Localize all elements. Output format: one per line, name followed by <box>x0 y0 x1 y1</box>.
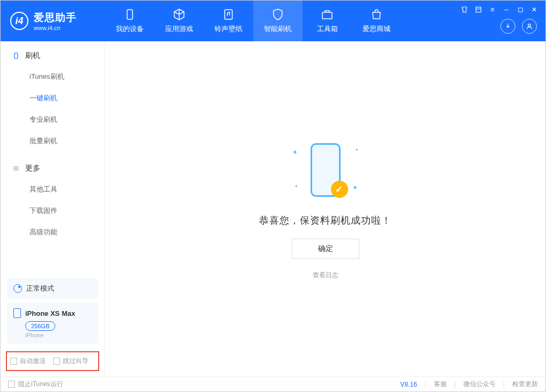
device-name: iPhone XS Max <box>25 309 75 317</box>
sparkle-icon: ✦ <box>294 184 298 189</box>
sidebar: 刷机 iTunes刷机 一键刷机 专业刷机 批量刷机 更多 其他工具 下载固件 … <box>1 41 105 376</box>
nav-label: 爱思商城 <box>363 24 390 34</box>
sidebar-section-more: 更多 其他工具 下载固件 高级功能 <box>1 154 105 245</box>
device-type: iPhone <box>25 332 92 338</box>
user-button[interactable] <box>522 19 537 34</box>
nav-label: 铃声壁纸 <box>215 24 242 34</box>
app-title: 爱思助手 <box>34 11 77 25</box>
version-label: V8.16 <box>400 381 417 388</box>
checkbox-box <box>53 358 60 365</box>
minimize-button[interactable]: ─ <box>501 5 511 14</box>
sidebar-item-oneclick-flash[interactable]: 一键刷机 <box>1 87 105 109</box>
sparkle-icon: ✦ <box>355 147 359 152</box>
list-icon[interactable]: ≡ <box>488 5 497 14</box>
device-mode: 正常模式 <box>13 284 92 293</box>
sidebar-header-more: 更多 <box>1 164 105 179</box>
divider: | <box>503 381 505 388</box>
device-mode-box[interactable]: 正常模式 <box>7 278 98 299</box>
checkbox-box <box>10 358 17 365</box>
download-button[interactable] <box>500 19 515 34</box>
checkbox-box <box>8 381 15 388</box>
section-title: 刷机 <box>25 51 40 61</box>
status-bar: 阻止iTunes运行 V8.16 | 客服 | 微信公众号 | 检查更新 <box>1 376 545 391</box>
success-message: 恭喜您，保资料刷机成功啦！ <box>259 214 392 227</box>
nav-toolbox[interactable]: 工具箱 <box>302 1 352 41</box>
svg-rect-2 <box>322 12 332 19</box>
mode-label: 正常模式 <box>26 284 54 293</box>
view-log-link[interactable]: 查看日志 <box>313 271 338 280</box>
nav-my-device[interactable]: 我的设备 <box>105 1 154 41</box>
svg-rect-5 <box>518 8 522 11</box>
sidebar-item-pro-flash[interactable]: 专业刷机 <box>1 109 105 130</box>
sidebar-item-download-firmware[interactable]: 下载固件 <box>1 200 105 221</box>
device-small-icon <box>12 52 20 60</box>
svg-rect-7 <box>14 53 18 59</box>
svg-rect-1 <box>225 10 232 19</box>
svg-rect-3 <box>476 7 481 12</box>
nav-label: 我的设备 <box>116 24 144 34</box>
phone-icon <box>123 8 136 21</box>
music-icon <box>222 8 235 21</box>
checkbox-label: 阻止iTunes运行 <box>18 380 63 389</box>
device-row: iPhone XS Max <box>13 308 92 318</box>
svg-rect-0 <box>127 10 132 19</box>
nav-label: 工具箱 <box>317 24 338 34</box>
svg-point-6 <box>528 24 531 27</box>
checkbox-auto-activate[interactable]: 自动激活 <box>10 357 46 366</box>
wechat-link[interactable]: 微信公众号 <box>463 380 496 389</box>
sparkle-icon: ✦ <box>352 184 358 191</box>
checkbox-label: 自动激活 <box>20 357 46 366</box>
checkbox-block-itunes[interactable]: 阻止iTunes运行 <box>8 380 63 389</box>
menu-icon[interactable] <box>474 5 483 14</box>
body: 刷机 iTunes刷机 一键刷机 专业刷机 批量刷机 更多 其他工具 下载固件 … <box>1 41 545 376</box>
device-icon <box>13 308 21 318</box>
main-content: ✦ ✦ ✦ ✦ ✓ 恭喜您，保资料刷机成功啦！ 确定 查看日志 <box>105 41 545 376</box>
mode-icon <box>13 284 22 293</box>
nav-smart-flash[interactable]: 智能刷机 <box>253 1 302 41</box>
logo-text: 爱思助手 www.i4.cn <box>34 11 77 31</box>
check-update-link[interactable]: 检查更新 <box>512 380 538 389</box>
header-actions <box>500 19 537 34</box>
shirt-icon[interactable] <box>460 5 469 14</box>
sparkle-icon: ✦ <box>292 149 298 156</box>
check-badge-icon: ✓ <box>331 181 348 198</box>
maximize-button[interactable] <box>515 5 525 14</box>
sidebar-item-other-tools[interactable]: 其他工具 <box>1 179 105 200</box>
nav-store[interactable]: 爱思商城 <box>352 1 401 41</box>
sidebar-header-flash: 刷机 <box>1 51 105 66</box>
sidebar-section-flash: 刷机 iTunes刷机 一键刷机 专业刷机 批量刷机 <box>1 41 105 154</box>
app-subtitle: www.i4.cn <box>34 25 77 31</box>
shield-icon <box>271 8 284 21</box>
nav-ringtones[interactable]: 铃声壁纸 <box>204 1 253 41</box>
ok-button[interactable]: 确定 <box>292 239 359 259</box>
sidebar-item-advanced[interactable]: 高级功能 <box>1 221 105 243</box>
sidebar-item-itunes-flash[interactable]: iTunes刷机 <box>1 66 105 87</box>
sidebar-item-batch-flash[interactable]: 批量刷机 <box>1 130 105 152</box>
app-header: i4 爱思助手 www.i4.cn 我的设备 应用游戏 铃声壁纸 智能刷机 工具… <box>1 1 545 41</box>
checkbox-label: 跳过向导 <box>63 357 88 366</box>
bag-icon <box>370 8 383 21</box>
sidebar-spacer <box>1 245 105 274</box>
divider: | <box>425 381 426 388</box>
toolbox-icon <box>321 8 334 21</box>
close-button[interactable]: ✕ <box>529 5 539 14</box>
device-info-box[interactable]: iPhone XS Max 256GB iPhone <box>7 303 98 344</box>
section-title: 更多 <box>25 164 40 173</box>
window-controls: ≡ ─ ✕ <box>460 5 539 14</box>
divider: | <box>454 381 456 388</box>
nav-label: 智能刷机 <box>264 24 292 34</box>
logo-area: i4 爱思助手 www.i4.cn <box>1 11 105 31</box>
support-link[interactable]: 客服 <box>434 380 447 389</box>
nav-apps-games[interactable]: 应用游戏 <box>154 1 204 41</box>
footer-right: V8.16 | 客服 | 微信公众号 | 检查更新 <box>400 380 538 389</box>
nav-label: 应用游戏 <box>165 24 193 34</box>
capacity-badge: 256GB <box>25 321 55 331</box>
nav-tabs: 我的设备 应用游戏 铃声壁纸 智能刷机 工具箱 爱思商城 <box>105 1 401 41</box>
highlighted-checkbox-row: 自动激活 跳过向导 <box>6 351 99 371</box>
success-illustration: ✦ ✦ ✦ ✦ ✓ <box>283 138 368 202</box>
logo-icon: i4 <box>10 12 28 30</box>
checkbox-skip-guide[interactable]: 跳过向导 <box>53 357 88 366</box>
menu-small-icon <box>12 165 20 172</box>
cube-icon <box>173 8 186 21</box>
